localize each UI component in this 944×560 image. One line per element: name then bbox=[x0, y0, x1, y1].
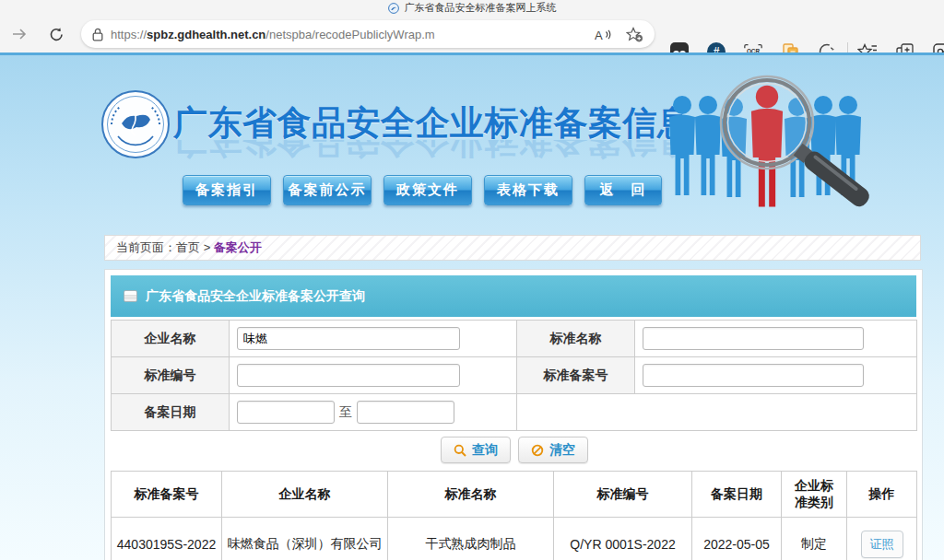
record-no-label: 标准备案号 bbox=[517, 357, 635, 394]
standard-name-label: 标准名称 bbox=[517, 321, 635, 357]
nav-button-form-download[interactable]: 表格下载 bbox=[484, 175, 572, 205]
header-standard-name: 标准名称 bbox=[388, 472, 554, 518]
tab-title: 广东省食品安全标准备案网上系统 bbox=[405, 1, 557, 15]
query-form: 企业名称 标准名称 标准编号 标准备案号 备案日期 至 bbox=[111, 320, 917, 431]
results-table: 标准备案号 企业名称 标准名称 标准编号 备案日期 企业标准类别 操作 4403… bbox=[111, 471, 917, 560]
add-favorite-icon[interactable] bbox=[626, 27, 643, 42]
forward-button[interactable] bbox=[9, 24, 30, 44]
site-logo bbox=[100, 88, 171, 160]
nav-button-record-guide[interactable]: 备案指引 bbox=[183, 175, 271, 205]
breadcrumb-current: 备案公开 bbox=[214, 240, 262, 254]
header-company: 企业名称 bbox=[222, 472, 388, 518]
table-row: 44030195S-2022 味燃食品（深圳）有限公司 干式熟成肉制品 Q/YR… bbox=[112, 518, 917, 560]
cell-company: 味燃食品（深圳）有限公司 bbox=[222, 518, 388, 560]
nav-button-policy-documents[interactable]: 政策文件 bbox=[384, 175, 472, 205]
nav-button-back[interactable]: 返 回 bbox=[584, 175, 662, 205]
main-nav: 备案指引 备案前公示 政策文件 表格下载 返 回 bbox=[183, 175, 662, 205]
results-header-row: 标准备案号 企业名称 标准名称 标准编号 备案日期 企业标准类别 操作 bbox=[112, 472, 917, 518]
cell-date: 2022-05-05 bbox=[692, 518, 782, 560]
header-date: 备案日期 bbox=[692, 472, 782, 518]
people-magnifier-graphic bbox=[657, 72, 890, 217]
record-no-input[interactable] bbox=[643, 364, 864, 387]
clear-button[interactable]: 清空 bbox=[518, 437, 588, 463]
clear-icon bbox=[531, 444, 544, 457]
page-body: 广东省食品安全企业标准备案信息系 广东省食品安全企业标准备案信息系 bbox=[0, 55, 944, 560]
reload-button[interactable] bbox=[46, 24, 66, 44]
record-date-to-input[interactable] bbox=[357, 401, 454, 424]
query-panel-header: 广东省食品安全企业标准备案公开查询 bbox=[111, 275, 916, 317]
header-action: 操作 bbox=[847, 472, 917, 518]
cell-category: 制定 bbox=[782, 518, 847, 560]
breadcrumb: 当前页面：首页 > 备案公开 bbox=[104, 235, 921, 261]
read-aloud-icon[interactable]: A bbox=[595, 28, 612, 41]
cell-record-no: 44030195S-2022 bbox=[112, 518, 222, 560]
standard-no-label: 标准编号 bbox=[112, 357, 230, 394]
browser-window: 广东省食品安全标准备案网上系统 https://spbz.gdhealth.ne… bbox=[0, 0, 944, 560]
query-panel-title: 广东省食品安全企业标准备案公开查询 bbox=[146, 288, 365, 305]
form-actions: 查询 清空 bbox=[105, 437, 923, 463]
record-date-label: 备案日期 bbox=[112, 394, 230, 431]
query-panel: 广东省食品安全企业标准备案公开查询 企业名称 标准名称 标准编号 标准备案号 bbox=[104, 269, 923, 560]
cell-standard-name: 干式熟成肉制品 bbox=[388, 518, 554, 560]
url-text: https://spbz.gdhealth.net.cn/netspba/rec… bbox=[111, 28, 435, 41]
header-record-no: 标准备案号 bbox=[112, 472, 222, 518]
date-range-separator: 至 bbox=[339, 404, 352, 419]
favicon-icon bbox=[388, 3, 399, 14]
search-button[interactable]: 查询 bbox=[441, 437, 511, 463]
browser-toolbar: https://spbz.gdhealth.net.cn/netspba/rec… bbox=[0, 16, 944, 52]
company-name-label: 企业名称 bbox=[112, 321, 230, 357]
header-standard-no: 标准编号 bbox=[554, 472, 692, 518]
address-bar[interactable]: https://spbz.gdhealth.net.cn/netspba/rec… bbox=[81, 20, 655, 48]
certificate-button[interactable]: 证照 bbox=[861, 531, 903, 558]
browser-titlebar: 广东省食品安全标准备案网上系统 bbox=[0, 0, 944, 16]
cell-standard-no: Q/YR 0001S-2022 bbox=[554, 518, 692, 560]
breadcrumb-home-link[interactable]: 首页 bbox=[176, 240, 200, 254]
form-empty-cell bbox=[517, 394, 917, 431]
breadcrumb-label: 当前页面： bbox=[116, 240, 176, 254]
standard-name-input[interactable] bbox=[643, 327, 864, 350]
svg-text:A: A bbox=[595, 28, 603, 41]
nav-button-pre-record-publicity[interactable]: 备案前公示 bbox=[283, 175, 372, 205]
record-date-from-input[interactable] bbox=[237, 401, 335, 424]
standard-no-input[interactable] bbox=[237, 364, 460, 387]
lock-icon[interactable] bbox=[92, 28, 103, 41]
form-icon bbox=[124, 290, 137, 302]
breadcrumb-separator: > bbox=[204, 240, 211, 254]
header-category: 企业标准类别 bbox=[782, 472, 847, 518]
search-icon bbox=[454, 444, 466, 457]
company-name-input[interactable] bbox=[237, 327, 460, 350]
banner-title-reflection: 广东省食品安全企业标准备案信息系 bbox=[173, 140, 682, 164]
banner-title: 广东省食品安全企业标准备案信息系 bbox=[173, 100, 682, 139]
